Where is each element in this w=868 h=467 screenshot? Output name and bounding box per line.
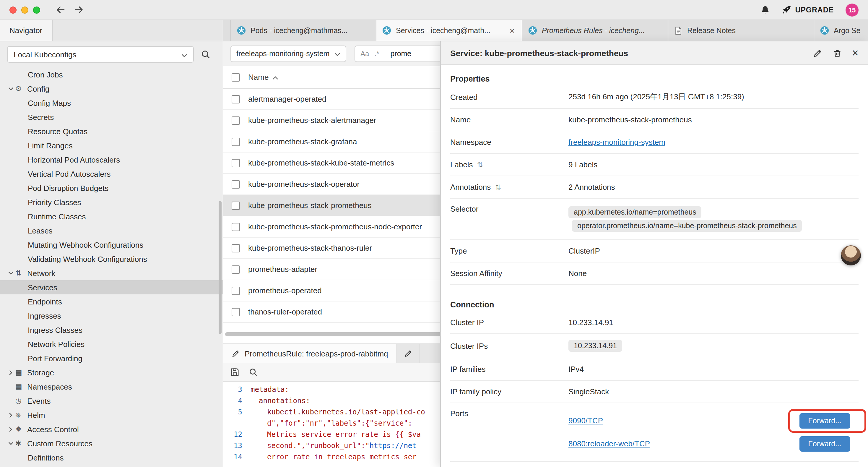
sidebar-item-mutating-webhook-configurations[interactable]: Mutating Webhook Configurations xyxy=(0,238,223,252)
row-checkbox[interactable] xyxy=(231,180,240,188)
sidebar-scrollbar-thumb[interactable] xyxy=(219,201,222,334)
sidebar-item-access-control[interactable]: ❖Access Control xyxy=(0,422,223,436)
sidebar-search-icon[interactable] xyxy=(201,50,210,59)
close-window-button[interactable] xyxy=(9,6,17,13)
sidebar-item-ingress-classes[interactable]: Ingress Classes xyxy=(0,323,223,337)
sidebar-item-validating-webhook-configurations[interactable]: Validating Webhook Configurations xyxy=(0,252,223,266)
sidebar-item-limit-ranges[interactable]: Limit Ranges xyxy=(0,138,223,152)
row-checkbox[interactable] xyxy=(231,116,240,124)
sidebar-item-services[interactable]: Services xyxy=(0,280,223,294)
back-button[interactable] xyxy=(56,5,66,15)
close-tab-icon[interactable]: × xyxy=(508,25,516,35)
sidebar-item-network-policies[interactable]: Network Policies xyxy=(0,337,223,351)
drawer-row-type: TypeClusterIP xyxy=(450,240,859,262)
drawer-row-label-text: Ports xyxy=(450,409,468,418)
tab-pods-icecheng-mathmas[interactable]: Pods - icecheng@mathmas... xyxy=(230,20,376,41)
tab-prometheus-rules-icecheng[interactable]: Prometheus Rules - icecheng... xyxy=(522,20,668,41)
navigator-panel-tab[interactable]: Navigator xyxy=(0,20,52,41)
drawer-row-label-text: Name xyxy=(450,115,471,124)
dock-tab-2[interactable] xyxy=(397,344,420,363)
sidebar-item-cron-jobs[interactable]: Cron Jobs xyxy=(0,67,223,82)
close-drawer-icon[interactable]: × xyxy=(852,47,859,59)
row-checkbox[interactable] xyxy=(231,265,240,273)
row-checkbox[interactable] xyxy=(231,308,240,316)
kubeconfig-dropdown[interactable]: Local Kubeconfigs xyxy=(7,46,194,63)
tab-services-icecheng-math[interactable]: Services - icecheng@math...× xyxy=(376,20,522,41)
sort-toggle-icon[interactable]: ⇅ xyxy=(495,183,501,191)
sidebar-item-config-maps[interactable]: Config Maps xyxy=(0,96,223,110)
tab-release-notes[interactable]: Release Notes xyxy=(668,20,814,41)
storage-icon: ▤ xyxy=(16,368,27,377)
sidebar-item-namespaces[interactable]: ▦Namespaces xyxy=(0,380,223,394)
sidebar-item-horizontal-pod-autoscalers[interactable]: Horizontal Pod Autoscalers xyxy=(0,152,223,167)
sidebar-item-storage[interactable]: ▤Storage xyxy=(0,365,223,380)
match-case-toggle[interactable]: Aa xyxy=(361,49,369,58)
sidebar-item-pod-disruption-budgets[interactable]: Pod Disruption Budgets xyxy=(0,181,223,195)
sort-toggle-icon[interactable]: ⇅ xyxy=(477,160,483,169)
sidebar-item-events[interactable]: ◷Events xyxy=(0,394,223,408)
tab-argo-se[interactable]: Argo Se xyxy=(814,20,868,41)
regex-toggle[interactable]: .* xyxy=(374,49,379,58)
floating-avatar[interactable] xyxy=(841,245,861,265)
row-checkbox[interactable] xyxy=(231,286,240,295)
drawer-row-label: Cluster IP xyxy=(450,318,568,327)
connection-section-title: Connection xyxy=(450,300,859,309)
row-checkbox[interactable] xyxy=(231,138,240,146)
row-name: kube-prometheus-stack-prometheus xyxy=(248,201,372,210)
sidebar-item-port-forwarding[interactable]: Port Forwarding xyxy=(0,351,223,365)
chevron-down-icon[interactable] xyxy=(6,442,16,445)
forward-button[interactable]: Forward... xyxy=(799,436,850,451)
upgrade-button[interactable]: UPGRADE xyxy=(781,5,834,14)
notification-count-badge[interactable]: 15 xyxy=(845,3,859,16)
sidebar-item-priority-classes[interactable]: Priority Classes xyxy=(0,195,223,209)
sidebar-item-custom-resources[interactable]: ✱Custom Resources xyxy=(0,436,223,450)
sidebar-item-definitions[interactable]: Definitions xyxy=(0,450,223,465)
sidebar-item-secrets[interactable]: Secrets xyxy=(0,110,223,124)
tab-bar: Navigator Pods - icecheng@mathmas...Serv… xyxy=(0,20,868,41)
dock-tab-prometheusrule[interactable]: PrometheusRule: freeleaps-prod-rabbitmq xyxy=(223,344,397,363)
zoom-window-button[interactable] xyxy=(33,6,40,13)
port-link[interactable]: 9090/TCP xyxy=(568,416,603,425)
sidebar-item-ingresses[interactable]: Ingresses xyxy=(0,309,223,323)
chevron-down-icon[interactable] xyxy=(6,87,16,90)
sidebar-item-endpoints[interactable]: Endpoints xyxy=(0,294,223,309)
sidebar-item-config[interactable]: ⚙Config xyxy=(0,82,223,96)
sidebar-item-network[interactable]: ⇅Network xyxy=(0,266,223,280)
drawer-row-ip-family-policy: IP family policySingleStack xyxy=(450,381,859,403)
forward-button[interactable]: Forward... xyxy=(799,413,850,428)
forward-button[interactable] xyxy=(74,5,84,15)
sidebar-item-leases[interactable]: Leases xyxy=(0,224,223,238)
save-icon[interactable] xyxy=(230,368,239,377)
line-number: 13 xyxy=(223,440,251,451)
editor-search-icon[interactable] xyxy=(249,368,258,377)
access-control-icon: ❖ xyxy=(16,425,27,433)
service-details-drawer: Service: kube-prometheus-stack-prometheu… xyxy=(440,41,868,467)
properties-section-title: Properties xyxy=(450,75,859,83)
notifications-bell-icon[interactable] xyxy=(760,5,770,14)
sidebar-item-helm[interactable]: ⎈Helm xyxy=(0,408,223,422)
namespace-filter-dropdown[interactable]: freeleaps-monitoring-system xyxy=(230,45,346,62)
chevron-right-icon[interactable] xyxy=(6,427,16,432)
edit-pencil-icon[interactable] xyxy=(813,48,823,58)
chevron-right-icon[interactable] xyxy=(6,370,16,375)
port-link[interactable]: 8080:reloader-web/TCP xyxy=(568,439,650,448)
sidebar-item-runtime-classes[interactable]: Runtime Classes xyxy=(0,209,223,224)
row-checkbox[interactable] xyxy=(231,159,240,167)
port-row: 8080:reloader-web/TCPForward... xyxy=(568,432,850,455)
sidebar-item-vertical-pod-autoscalers[interactable]: Vertical Pod Autoscalers xyxy=(0,167,223,181)
namespace-link[interactable]: freeleaps-monitoring-system xyxy=(568,138,665,147)
row-checkbox[interactable] xyxy=(231,223,240,231)
name-column-header[interactable]: Name xyxy=(248,73,278,82)
row-checkbox[interactable] xyxy=(231,95,240,103)
select-all-checkbox[interactable] xyxy=(231,73,240,81)
helm-icon: ⎈ xyxy=(16,411,27,419)
chevron-right-icon[interactable] xyxy=(6,412,16,418)
minimize-window-button[interactable] xyxy=(21,6,28,13)
delete-trash-icon[interactable] xyxy=(833,48,841,58)
namespaces-icon: ▦ xyxy=(16,382,27,391)
drawer-row-created: Created253d 16h 6m ago (2025年1月13日 GMT+8… xyxy=(450,86,859,109)
chevron-down-icon[interactable] xyxy=(6,271,16,275)
row-checkbox[interactable] xyxy=(231,201,240,209)
row-checkbox[interactable] xyxy=(231,244,240,252)
sidebar-item-resource-quotas[interactable]: Resource Quotas xyxy=(0,124,223,138)
